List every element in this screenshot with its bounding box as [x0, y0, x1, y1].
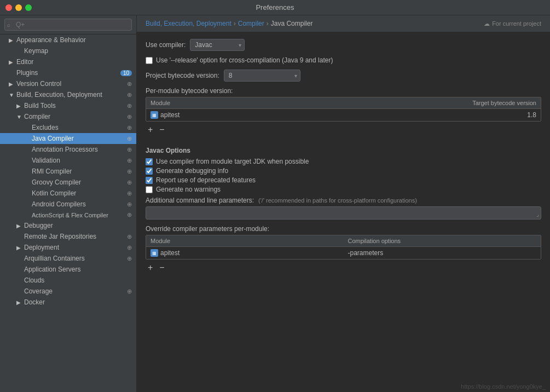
settings-icon: ⊕	[127, 201, 132, 208]
option2-row: Generate debugging info	[146, 167, 541, 175]
search-bar: ⌕	[0, 15, 136, 34]
sidebar-item-debugger[interactable]: ▶ Debugger	[0, 220, 136, 231]
settings-icon: ⊕	[127, 168, 132, 175]
arrow-icon: ▶	[9, 37, 14, 43]
option4-checkbox[interactable]	[146, 186, 153, 193]
close-button[interactable]	[5, 4, 12, 11]
sidebar-item-label: Version Control	[16, 80, 61, 88]
sidebar-item-label: RMI Compiler	[32, 168, 72, 175]
arrow-icon: ▶	[16, 103, 22, 109]
option3-label: Report use of deprecated features	[156, 176, 256, 184]
main-panel: Build, Execution, Deployment › Compiler …	[137, 15, 550, 392]
maximize-button[interactable]	[25, 4, 32, 11]
option1-row: Use compiler from module target JDK when…	[146, 158, 541, 165]
arrow-icon: ▶	[16, 223, 22, 229]
additional-params-input[interactable]	[146, 206, 541, 220]
sidebar-item-excludes[interactable]: Excludes ⊕	[0, 122, 136, 133]
release-option-checkbox[interactable]	[146, 57, 153, 64]
add-module-button[interactable]: +	[146, 124, 155, 136]
override-table: Module Compilation options ▦ apitest -pa…	[146, 235, 541, 260]
arrow-icon: ▼	[9, 92, 14, 98]
arrow-icon: ▶	[16, 245, 22, 251]
breadcrumb-arrow2: ›	[267, 20, 269, 27]
arrow-icon: ▶	[9, 59, 14, 65]
javac-options-section: Javac Options Use compiler from module t…	[146, 143, 541, 220]
sidebar-item-label: Kotlin Compiler	[32, 189, 76, 197]
sidebar-item-label: Clouds	[24, 276, 44, 284]
sidebar-item-kotlin[interactable]: Kotlin Compiler ⊕	[0, 188, 136, 199]
override-options-cell: -parameters	[344, 247, 541, 259]
sidebar-item-label: Editor	[16, 58, 33, 66]
sidebar-item-docker[interactable]: ▶ Docker	[0, 297, 136, 308]
per-module-toolbar: + −	[146, 122, 541, 138]
sidebar-item-appearance[interactable]: ▶ Appearance & Behavior	[0, 34, 136, 45]
option4-label: Generate no warnings	[156, 186, 221, 193]
bytecode-version-label: Project bytecode version:	[146, 72, 219, 79]
remove-module-button[interactable]: −	[157, 124, 166, 136]
sidebar-item-label: Remote Jar Repositories	[24, 233, 96, 240]
override-toolbar: + −	[146, 260, 541, 276]
override-table-row[interactable]: ▦ apitest -parameters	[146, 247, 541, 259]
traffic-lights	[5, 4, 32, 11]
breadcrumb-part2[interactable]: Compiler	[238, 20, 264, 27]
override-remove-button[interactable]: −	[157, 262, 166, 274]
bytecode-version-select[interactable]: 8 11 17	[224, 70, 300, 82]
option2-checkbox[interactable]	[146, 168, 153, 175]
override-table-header: Module Compilation options	[146, 235, 541, 247]
sidebar-item-rmi[interactable]: RMI Compiler ⊕	[0, 166, 136, 177]
option3-checkbox[interactable]	[146, 177, 153, 184]
sidebar-item-compiler[interactable]: ▼ Compiler ⊕	[0, 111, 136, 122]
sidebar-item-label: Groovy Compiler	[32, 178, 81, 186]
breadcrumb-part1[interactable]: Build, Execution, Deployment	[146, 20, 231, 27]
sidebar-item-version-control[interactable]: ▶ Version Control ⊕	[0, 78, 136, 89]
module-icon: ▦	[150, 249, 158, 257]
override-options-col-header: Compilation options	[344, 235, 541, 246]
compiler-select[interactable]: Javac Eclipse Ajc	[190, 39, 245, 51]
sidebar-item-editor[interactable]: ▶ Editor	[0, 56, 136, 67]
sidebar-item-label: Java Compiler	[32, 135, 74, 142]
minimize-button[interactable]	[15, 4, 22, 11]
arrow-icon: ▼	[16, 114, 22, 120]
sidebar-item-android[interactable]: Android Compilers ⊕	[0, 199, 136, 210]
settings-icon: ⊕	[127, 113, 132, 120]
option1-checkbox[interactable]	[146, 158, 153, 165]
settings-icon: ⊕	[127, 288, 132, 295]
javac-options-title: Javac Options	[146, 147, 541, 154]
sidebar-item-deployment[interactable]: ▶ Deployment ⊕	[0, 242, 136, 253]
sidebar-item-actionscript[interactable]: ActionScript & Flex Compiler ⊕	[0, 210, 136, 220]
sidebar-item-keymap[interactable]: Keymap	[0, 45, 136, 56]
sidebar-item-validation[interactable]: Validation ⊕	[0, 155, 136, 166]
option3-row: Report use of deprecated features	[146, 176, 541, 184]
sidebar-item-build-exec[interactable]: ▼ Build, Execution, Deployment ⊕	[0, 89, 136, 100]
sidebar-item-label: Keymap	[24, 47, 48, 55]
sidebar-item-groovy[interactable]: Groovy Compiler ⊕	[0, 177, 136, 188]
sidebar-item-arquillian[interactable]: Arquillian Containers ⊕	[0, 253, 136, 264]
release-option-row: Use '--release' option for cross-compila…	[146, 56, 541, 64]
sidebar-item-label: Plugins	[16, 69, 38, 77]
watermark: https://blog.csdn.net/yong0kye_	[461, 383, 546, 390]
sidebar-item-plugins[interactable]: Plugins 10	[0, 67, 136, 78]
additional-params-hint: ('/' recommended in paths for cross-plat…	[258, 197, 417, 204]
option2-label: Generate debugging info	[156, 167, 228, 175]
sidebar-item-coverage[interactable]: Coverage ⊕	[0, 286, 136, 297]
search-input[interactable]	[4, 19, 132, 31]
sidebar-item-remote-jar[interactable]: Remote Jar Repositories ⊕	[0, 231, 136, 242]
breadcrumb: Build, Execution, Deployment › Compiler …	[137, 15, 550, 32]
sidebar-item-label: ActionScript & Flex Compiler	[32, 212, 108, 218]
module-name: apitest	[160, 111, 180, 119]
per-module-section: Per-module bytecode version: Module Targ…	[146, 87, 541, 138]
settings-icon: ⊕	[127, 91, 132, 99]
table-row[interactable]: ▦ apitest 1.8	[146, 109, 541, 121]
sidebar-item-build-tools[interactable]: ▶ Build Tools ⊕	[0, 100, 136, 111]
search-icon: ⌕	[7, 22, 10, 28]
sidebar-item-label: Excludes	[32, 124, 59, 131]
sidebar-item-java-compiler[interactable]: Java Compiler ⊕	[0, 133, 136, 144]
sidebar-item-label: Android Compilers	[32, 200, 86, 208]
sidebar-item-app-servers[interactable]: Application Servers	[0, 264, 136, 275]
sidebar-item-annotation-processors[interactable]: Annotation Processors ⊕	[0, 144, 136, 155]
sidebar-item-clouds[interactable]: Clouds	[0, 275, 136, 286]
table-header: Module Target bytecode version	[146, 97, 541, 109]
override-add-button[interactable]: +	[146, 262, 155, 274]
module-icon: ▦	[150, 111, 158, 119]
bytecode-version-row: Project bytecode version: 8 11 17 ▾	[146, 70, 541, 82]
